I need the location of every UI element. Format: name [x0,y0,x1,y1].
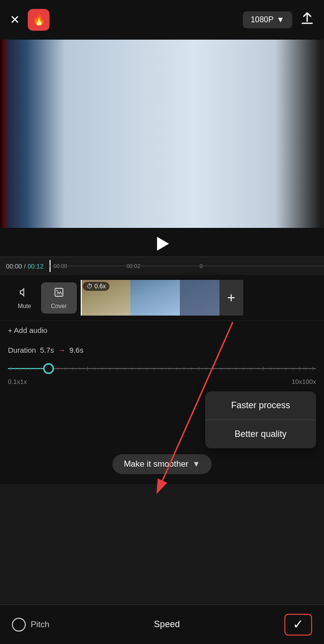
smoother-select[interactable]: Make it smoother ▼ [112,454,212,474]
video-left-strip [0,40,9,228]
duration-row: Duration 5.7s → 9.6s [0,340,324,357]
play-icon [157,237,169,251]
tools-row: Mute Cover ⏱ 0.6x + [0,275,324,321]
play-button[interactable] [153,235,171,253]
resolution-label: 1080P [251,15,273,24]
playback-row [0,228,324,257]
slider-label-0: 0.1x [8,378,20,385]
video-frame [0,40,324,228]
app-logo: 🔥 [28,9,50,31]
svg-rect-1 [55,288,63,296]
pitch-circle-icon [12,618,26,632]
bottom-bar: Pitch Speed ✓ [0,604,324,644]
playhead [50,260,51,272]
clip-playhead [81,280,82,316]
header-left: ✕ 🔥 [10,9,50,31]
mute-label: Mute [18,303,31,310]
pitch-label: Pitch [31,620,50,630]
header: ✕ 🔥 1080P ▼ [0,0,324,40]
close-button[interactable]: ✕ [10,13,20,27]
resolution-chevron-icon: ▼ [276,15,284,24]
confirm-button[interactable]: ✓ [284,614,312,636]
clip-strip: ⏱ 0.6x + [81,280,316,316]
pitch-button[interactable]: Pitch [12,618,50,632]
duration-to: 9.6s [69,346,83,354]
slider-label-3: 10x [292,378,302,385]
ruler-mark-2: 0 [200,263,203,269]
confirm-check-icon: ✓ [293,617,304,632]
duration-arrow-icon: → [58,346,65,354]
add-clip-button[interactable]: + [219,280,243,316]
dropdown-menu: Faster process Better quality [205,391,316,448]
slider-labels: 0.1x 1x 10x 100x [8,376,316,385]
smoother-label: Make it smoother [124,459,188,469]
video-preview [0,40,324,228]
speed-slider[interactable] [8,361,316,376]
duration-label: Duration [8,346,36,354]
add-audio-button[interactable]: + Add audio [8,326,48,334]
dropdown-container: Faster process Better quality [205,391,316,448]
speed-controls-area: 0.1x 1x 10x 100x Faster process Better q… [0,357,324,484]
speed-badge-label: 0.6x [95,283,106,290]
upload-button[interactable] [300,11,314,28]
cover-label: Cover [51,303,67,310]
mute-button[interactable]: Mute [8,282,41,314]
current-time: 00:00 / 00:12 [0,263,50,270]
clock-icon: ⏱ [87,283,93,290]
upload-icon [300,11,314,25]
dropdown-item-better[interactable]: Better quality [205,420,316,448]
cover-icon [53,286,65,301]
clip-frame-3 [180,280,219,316]
speed-badge: ⏱ 0.6x [83,282,110,291]
slider-label-4: 100x [302,378,316,385]
slider-label-1: 1x [20,378,27,385]
cover-button[interactable]: Cover [41,282,77,314]
speed-title: Speed [154,619,180,630]
speed-slider-row: 0.1x 1x 10x 100x [8,357,316,387]
smoother-chevron-icon: ▼ [192,460,200,469]
resolution-button[interactable]: 1080P ▼ [243,11,292,28]
duration-from: 5.7s [40,346,54,354]
time-ruler: 00:00 / 00:12 00:00 00:02 0 [0,257,324,275]
mute-icon [18,286,30,301]
add-audio-row: + Add audio [0,321,324,340]
ruler-mark-0: 00:00 [54,263,67,269]
slider-label-2 [27,378,292,385]
ruler-track: 00:00 00:02 0 [50,260,324,272]
options-area: Faster process Better quality Make it sm… [8,391,316,476]
slider-thumb[interactable] [43,363,54,374]
ruler-mark-1: 00:02 [126,263,140,269]
clip-frame-2 [130,280,180,316]
dropdown-item-faster[interactable]: Faster process [205,391,316,420]
slider-track-line [8,368,316,369]
